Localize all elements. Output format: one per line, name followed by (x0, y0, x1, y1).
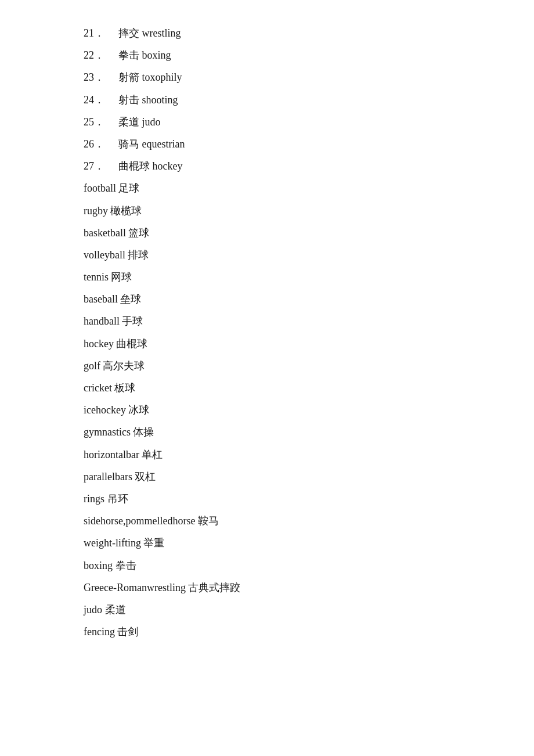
plain-list-item: fencing 击剑 (84, 622, 450, 642)
plain-list-item: weight-lifting 举重 (84, 533, 450, 553)
numbered-list-item: 26．骑马 equestrian (84, 134, 450, 154)
numbered-list-item: 23．射箭 toxophily (84, 67, 450, 87)
item-text: 柔道 judo (118, 112, 161, 132)
plain-list: football 足球rugby 橄榄球basketball 篮球volleyb… (84, 178, 450, 642)
numbered-list-item: 25．柔道 judo (84, 112, 450, 132)
item-number: 22． (84, 45, 118, 65)
plain-list-item: rings 吊环 (84, 489, 450, 509)
numbered-list-item: 21．摔交 wrestling (84, 23, 450, 43)
plain-list-item: football 足球 (84, 178, 450, 198)
main-content: 21．摔交 wrestling22．拳击 boxing23．射箭 toxophi… (0, 0, 534, 667)
plain-list-item: handball 手球 (84, 311, 450, 331)
plain-list-item: golf 高尔夫球 (84, 356, 450, 376)
plain-list-item: rugby 橄榄球 (84, 201, 450, 221)
plain-list-item: icehockey 冰球 (84, 400, 450, 420)
plain-list-item: judo 柔道 (84, 600, 450, 620)
plain-list-item: sidehorse,pommelledhorse 鞍马 (84, 511, 450, 531)
item-number: 23． (84, 67, 118, 87)
plain-list-item: gymnastics 体操 (84, 422, 450, 442)
item-text: 曲棍球 hockey (118, 156, 182, 176)
numbered-list-item: 22．拳击 boxing (84, 45, 450, 65)
plain-list-item: boxing 拳击 (84, 556, 450, 575)
plain-list-item: Greece-Romanwrestling 古典式摔跤 (84, 578, 450, 597)
item-number: 27． (84, 156, 118, 176)
numbered-list: 21．摔交 wrestling22．拳击 boxing23．射箭 toxophi… (84, 23, 450, 176)
plain-list-item: tennis 网球 (84, 267, 450, 287)
plain-list-item: basketball 篮球 (84, 223, 450, 243)
numbered-list-item: 27．曲棍球 hockey (84, 156, 450, 176)
item-number: 25． (84, 112, 118, 132)
item-text: 射击 shooting (118, 90, 178, 110)
plain-list-item: horizontalbar 单杠 (84, 445, 450, 465)
item-number: 21． (84, 23, 118, 43)
plain-list-item: parallelbars 双杠 (84, 467, 450, 487)
plain-list-item: baseball 垒球 (84, 289, 450, 309)
plain-list-item: hockey 曲棍球 (84, 334, 450, 354)
item-text: 射箭 toxophily (118, 67, 182, 87)
item-text: 摔交 wrestling (118, 23, 181, 43)
item-text: 拳击 boxing (118, 45, 171, 65)
numbered-list-item: 24．射击 shooting (84, 90, 450, 110)
item-number: 24． (84, 90, 118, 110)
item-text: 骑马 equestrian (118, 134, 185, 154)
item-number: 26． (84, 134, 118, 154)
plain-list-item: volleyball 排球 (84, 245, 450, 265)
plain-list-item: cricket 板球 (84, 378, 450, 398)
